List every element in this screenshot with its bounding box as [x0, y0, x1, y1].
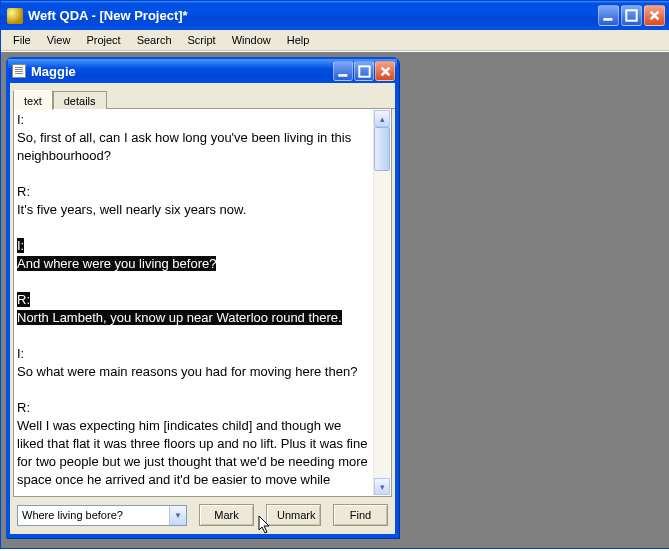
- svg-rect-0: [603, 18, 612, 21]
- mark-button[interactable]: Mark: [199, 504, 254, 526]
- menu-window[interactable]: Window: [224, 32, 279, 48]
- doc-maximize-button[interactable]: [354, 61, 374, 81]
- menu-search[interactable]: Search: [129, 32, 180, 48]
- document-icon: [12, 64, 26, 78]
- doc-minimize-button[interactable]: [333, 61, 353, 81]
- menubar: File View Project Search Script Window H…: [1, 30, 669, 51]
- category-input[interactable]: [18, 506, 169, 525]
- vertical-scrollbar[interactable]: ▴ ▾: [373, 110, 390, 495]
- scroll-track[interactable]: [374, 127, 390, 478]
- app-window: Weft QDA - [New Project]* File View Proj…: [0, 0, 669, 549]
- tab-details-label: details: [64, 95, 96, 107]
- combobox-dropdown-button[interactable]: ▼: [169, 506, 186, 525]
- document-window: Maggie text details I:: [6, 57, 399, 538]
- scroll-up-button[interactable]: ▴: [374, 110, 390, 127]
- unmark-button[interactable]: Unmark: [266, 504, 321, 526]
- scroll-down-button[interactable]: ▾: [374, 478, 390, 495]
- doc-close-button[interactable]: [375, 61, 395, 81]
- svg-rect-1: [626, 10, 636, 20]
- category-combobox[interactable]: ▼: [17, 505, 187, 526]
- svg-rect-3: [359, 66, 369, 76]
- menu-view[interactable]: View: [39, 32, 79, 48]
- scroll-thumb[interactable]: [374, 127, 390, 171]
- menu-project[interactable]: Project: [78, 32, 128, 48]
- text-pane-container: I: So, first of all, can I ask how long …: [13, 109, 392, 497]
- menu-file[interactable]: File: [5, 32, 39, 48]
- document-titlebar[interactable]: Maggie: [8, 59, 397, 83]
- document-title: Maggie: [31, 64, 76, 79]
- tab-text[interactable]: text: [13, 90, 53, 110]
- app-icon: [7, 8, 23, 24]
- close-button[interactable]: [644, 5, 665, 26]
- app-titlebar[interactable]: Weft QDA - [New Project]*: [1, 1, 669, 30]
- tab-text-label: text: [24, 95, 42, 107]
- app-title: Weft QDA - [New Project]*: [28, 8, 188, 23]
- menu-help[interactable]: Help: [279, 32, 318, 48]
- minimize-button[interactable]: [598, 5, 619, 26]
- tabstrip: text details: [10, 83, 395, 109]
- transcript-text[interactable]: I: So, first of all, can I ask how long …: [17, 111, 371, 494]
- tab-details[interactable]: details: [53, 91, 107, 110]
- mdi-client-area: Maggie text details I:: [1, 51, 669, 548]
- find-button[interactable]: Find: [333, 504, 388, 526]
- bottom-toolbar: ▼ Mark Unmark Find: [10, 502, 395, 534]
- menu-script[interactable]: Script: [180, 32, 224, 48]
- svg-rect-2: [338, 74, 347, 77]
- maximize-button[interactable]: [621, 5, 642, 26]
